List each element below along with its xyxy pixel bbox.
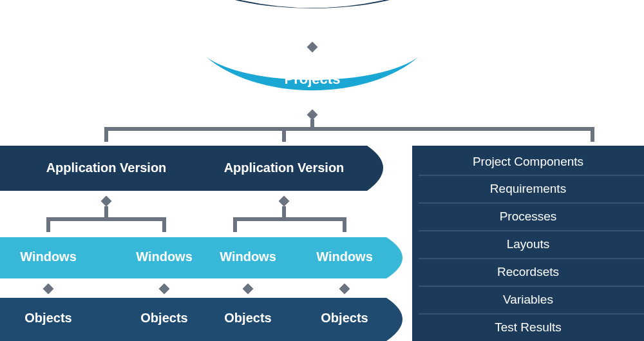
label-components-header: Project Components — [473, 155, 583, 168]
row-windows: Windows Windows Windows Windows — [0, 237, 402, 278]
label-component-2: Layouts — [507, 237, 550, 251]
label-windows-4: Windows — [316, 249, 373, 264]
label-component-0: Requirements — [490, 182, 566, 195]
label-component-1: Processes — [500, 209, 557, 223]
connector-diamond — [339, 284, 350, 295]
connector-diamond — [307, 110, 318, 121]
label-objects-4: Objects — [321, 311, 368, 325]
label-windows-2: Windows — [136, 249, 193, 264]
connector-diamond — [101, 196, 112, 207]
node-certify: Certify — [187, 0, 438, 30]
label-objects-2: Objects — [140, 311, 187, 325]
connector-diamond — [307, 42, 318, 53]
connector-diamond — [159, 284, 170, 295]
row-app-versions: Application Version Application Version — [0, 146, 383, 191]
label-objects-3: Objects — [224, 311, 271, 325]
connector-top-bar — [106, 119, 592, 142]
connector-diamond — [243, 284, 254, 295]
node-projects: Projects — [206, 57, 419, 90]
label-windows-1: Windows — [20, 249, 77, 264]
label-component-4: Variables — [503, 293, 553, 306]
label-certify: Certify — [290, 14, 335, 30]
connector-diamond — [43, 284, 54, 295]
hierarchy-diagram: Certify Projects Application Version App… — [0, 0, 644, 341]
panel-project-components: Project Components Requirements Processe… — [412, 146, 644, 341]
row-objects: Objects Objects Objects Objects — [0, 298, 402, 341]
label-component-5: Test Results — [495, 320, 561, 334]
label-component-3: Recordsets — [497, 265, 559, 278]
connector-fork-1 — [48, 206, 164, 232]
label-projects: Projects — [285, 71, 341, 87]
label-objects-1: Objects — [24, 311, 71, 325]
connector-fork-2 — [235, 206, 345, 232]
label-windows-3: Windows — [220, 249, 276, 264]
connector-diamond — [279, 196, 290, 207]
label-app-version-2: Application Version — [224, 161, 345, 175]
label-app-version-1: Application Version — [46, 161, 167, 175]
